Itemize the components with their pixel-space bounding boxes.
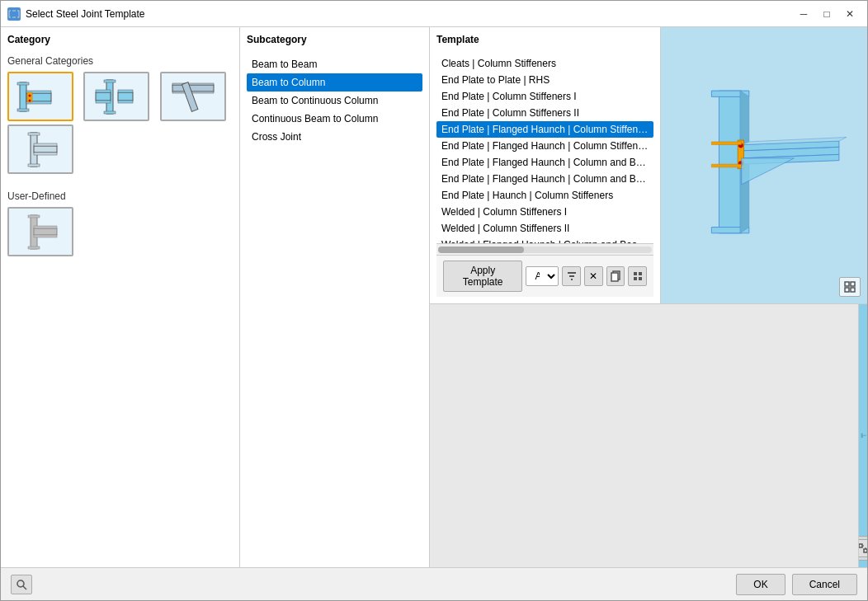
svg-marker-65 (861, 434, 862, 438)
template-panel: Template Cleats | Column Stiffeners End … (430, 27, 661, 303)
subcategory-item-beam-continuous-column[interactable]: Beam to Continuous Column (247, 92, 422, 110)
svg-line-109 (23, 586, 26, 589)
svg-rect-61 (851, 282, 855, 286)
filter-button[interactable] (562, 266, 581, 286)
view-fit-button[interactable] (859, 539, 867, 557)
svg-rect-32 (28, 215, 40, 218)
svg-rect-33 (28, 247, 40, 249)
svg-rect-39 (571, 279, 573, 280)
svg-rect-44 (634, 277, 637, 280)
svg-rect-5 (17, 109, 29, 111)
viewport-toolbar: ⌂ X Y Z (859, 536, 867, 561)
right-panel: Template Cleats | Column Stiffeners End … (430, 27, 867, 567)
category-grid (7, 72, 233, 174)
template-item-flanged-haunch-4[interactable]: End Plate | Flanged Haunch | Column and … (436, 171, 653, 187)
minimize-button[interactable]: ─ (793, 6, 814, 22)
svg-rect-26 (28, 133, 40, 135)
template-item-flanged-haunch-3[interactable]: End Plate | Flanged Haunch | Column and … (436, 154, 653, 171)
svg-rect-36 (34, 235, 57, 237)
close-button[interactable]: ✕ (839, 6, 861, 22)
user-defined-label: User-Defined (7, 190, 233, 202)
category-item-4[interactable] (7, 124, 73, 174)
subcategory-item-beam-to-beam[interactable]: Beam to Beam (247, 55, 422, 73)
delete-button[interactable]: ✕ (584, 266, 603, 286)
svg-rect-34 (34, 228, 57, 235)
template-item-welded-2[interactable]: Welded | Column Stiffeners II (436, 220, 653, 237)
maximize-button[interactable]: □ (816, 6, 837, 22)
viewport-3d-panel: X Y Z (859, 304, 867, 567)
svg-rect-15 (96, 92, 111, 101)
category-item-2[interactable] (83, 72, 149, 121)
subcategory-list: Beam to Beam Beam to Column Beam to Cont… (247, 55, 422, 561)
svg-rect-20 (118, 101, 133, 103)
svg-rect-22 (172, 83, 214, 85)
cancel-button[interactable]: Cancel (792, 574, 857, 595)
template-item-welded-1[interactable]: Welded | Column Stiffeners I (436, 204, 653, 220)
svg-marker-59 (742, 157, 795, 184)
svg-point-11 (29, 99, 31, 101)
extra-button[interactable] (628, 266, 647, 286)
subcategory-item-continuous-beam-column[interactable]: Continuous Beam to Column (247, 110, 422, 128)
filter-select[interactable]: All Selected (526, 266, 559, 286)
svg-rect-28 (34, 146, 57, 153)
search-button[interactable] (11, 575, 32, 594)
bottom-left-panel (430, 304, 859, 567)
scroll-thumb (438, 247, 524, 253)
svg-rect-38 (569, 275, 574, 277)
svg-point-108 (17, 580, 24, 587)
svg-marker-58 (711, 164, 741, 167)
category-item-3[interactable] (160, 72, 226, 121)
main-content: Category General Categories (1, 27, 867, 567)
svg-rect-29 (34, 143, 57, 146)
category-item-1[interactable] (7, 72, 73, 121)
svg-point-10 (29, 94, 31, 96)
template-item-haunch-cs[interactable]: End Plate | Haunch | Column Stiffeners (436, 187, 653, 204)
svg-rect-1 (11, 9, 12, 19)
bottom-row: X Y Z (430, 303, 867, 567)
svg-rect-35 (34, 226, 57, 228)
template-item-end-plate-rhs[interactable]: End Plate to Plate | RHS (436, 72, 653, 88)
subcategory-item-cross-joint[interactable]: Cross Joint (247, 128, 422, 146)
template-item-flanged-haunch-2[interactable]: End Plate | Flanged Haunch | Column Stif… (436, 138, 653, 154)
template-item-end-plate-cs2[interactable]: End Plate | Column Stiffeners II (436, 105, 653, 121)
footer-left (11, 575, 32, 594)
svg-rect-41 (611, 273, 618, 281)
title-bar: Select Steel Joint Template ─ □ ✕ (1, 1, 867, 27)
svg-rect-14 (104, 111, 116, 114)
preview-icons (839, 277, 861, 297)
svg-rect-43 (639, 272, 642, 275)
scroll-track (438, 247, 652, 253)
viewport-3d: X Y Z (859, 304, 867, 567)
preview-settings-button[interactable] (839, 277, 861, 297)
template-item-end-plate-cs1[interactable]: End Plate | Column Stiffeners I (436, 88, 653, 105)
template-list: Cleats | Column Stiffeners End Plate to … (436, 55, 653, 243)
svg-rect-60 (845, 282, 849, 286)
svg-rect-13 (104, 80, 116, 82)
main-window: Select Steel Joint Template ─ □ ✕ Catego… (0, 0, 868, 601)
ok-button[interactable]: OK (736, 574, 785, 595)
category-header: Category (7, 34, 233, 49)
subcategory-panel: Subcategory Beam to Beam Beam to Column … (240, 27, 430, 567)
footer-buttons: OK Cancel (736, 574, 857, 595)
template-toolbar: Apply Template All Selected (436, 255, 653, 297)
copy-button[interactable] (606, 266, 625, 286)
template-item-welded-haunch[interactable]: Welded | Flanged Haunch | Column and Bea… (436, 237, 653, 243)
svg-rect-99 (859, 544, 862, 547)
general-categories-label: General Categories (7, 55, 233, 67)
svg-rect-3 (20, 82, 26, 111)
category-item-user-defined[interactable] (7, 207, 73, 256)
svg-rect-18 (118, 92, 133, 101)
apply-template-button[interactable]: Apply Template (443, 261, 522, 292)
template-item-cleats[interactable]: Cleats | Column Stiffeners (436, 55, 653, 72)
subcategory-item-beam-to-column[interactable]: Beam to Column (247, 73, 422, 92)
svg-rect-63 (851, 288, 855, 292)
template-scrollbar[interactable] (436, 243, 653, 255)
template-item-flanged-haunch-1[interactable]: End Plate | Flanged Haunch | Column Stif… (436, 121, 653, 138)
top-row: Template Cleats | Column Stiffeners End … (430, 27, 867, 303)
svg-rect-19 (118, 90, 133, 92)
svg-rect-42 (634, 272, 637, 275)
svg-marker-57 (711, 141, 741, 144)
window-controls: ─ □ ✕ (793, 6, 861, 22)
top-preview-panel (661, 27, 867, 303)
svg-rect-2 (16, 9, 17, 19)
